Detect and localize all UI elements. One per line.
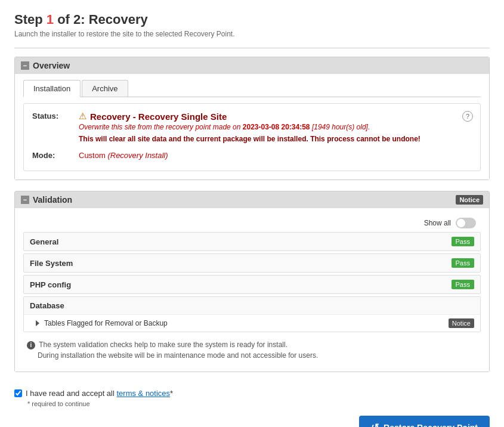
terms-checkbox[interactable] [14, 389, 22, 397]
checkbox-row: I have read and accept all terms & notic… [14, 389, 490, 398]
required-note: * required to continue [27, 400, 490, 407]
show-all-toggle[interactable] [456, 218, 476, 228]
terms-link[interactable]: terms & notices [117, 389, 171, 398]
validation-section-header: − Validation Notice [15, 191, 489, 208]
page-title: Step 1 of 2: Recovery [14, 12, 490, 27]
mode-row: Mode: Custom (Recovery Install) [32, 150, 472, 160]
tab-installation[interactable]: Installation [23, 80, 81, 97]
show-all-row: Show all [23, 214, 481, 232]
validation-item-phpconfig[interactable]: PHP config Pass [23, 275, 481, 294]
validation-item-general-badge: Pass [452, 237, 474, 246]
validation-item-filesystem[interactable]: File System Pass [23, 253, 481, 273]
warning-icon: ⚠ [79, 111, 86, 122]
status-warning-text: This will clear all site data and the cu… [79, 135, 420, 143]
overview-title: Overview [33, 61, 70, 70]
database-sub-label: Tables Flagged for Removal or Backup [36, 319, 168, 327]
page-subtitle: Launch the installer to restore the site… [14, 30, 490, 38]
validation-info-note: i The system validation checks help to m… [23, 337, 481, 363]
validation-content: Show all General Pass File System Pass P… [15, 208, 489, 372]
status-title-content: ⚠ Recovery - Recovery Single Site Overwr… [79, 111, 420, 147]
database-header[interactable]: Database [24, 297, 480, 314]
validation-item-filesystem-badge: Pass [452, 258, 474, 268]
mode-value: Custom (Recovery Install) [79, 151, 168, 160]
validation-item-general[interactable]: General Pass [23, 232, 481, 251]
validation-section: − Validation Notice Show all General Pas… [14, 191, 490, 372]
validation-item-phpconfig-label: PHP config [30, 280, 71, 289]
database-sub-badge: Notice [449, 318, 474, 328]
validation-title: Validation [33, 195, 72, 205]
show-all-label: Show all [424, 219, 451, 227]
status-label: Status: [32, 111, 74, 120]
validation-item-filesystem-label: File System [30, 259, 73, 268]
chevron-right-icon [36, 320, 39, 326]
validation-collapse-icon[interactable]: − [21, 196, 29, 204]
status-title-text: Recovery - Recovery Single Site [90, 112, 227, 122]
restore-icon: ↺ [371, 422, 379, 427]
help-icon[interactable]: ? [462, 111, 473, 122]
overview-content: Installation Archive ? Status: ⚠ Recover… [15, 74, 489, 180]
status-box: ? Status: ⚠ Recovery - Recovery Single S… [23, 103, 481, 171]
footer-section: I have read and accept all terms & notic… [14, 383, 490, 427]
database-sub-row[interactable]: Tables Flagged for Removal or Backup Not… [24, 314, 480, 332]
divider [14, 48, 490, 48]
mode-label: Mode: [32, 150, 74, 160]
terms-label: I have read and accept all terms & notic… [26, 389, 173, 398]
overview-collapse-icon[interactable]: − [21, 61, 29, 70]
overview-section: − Overview Installation Archive ? Status… [14, 57, 490, 180]
validation-item-phpconfig-badge: Pass [452, 280, 474, 289]
tab-archive[interactable]: Archive [82, 80, 128, 97]
overview-tabs: Installation Archive [23, 80, 481, 97]
validation-item-general-label: General [30, 237, 58, 246]
action-row: ↺ Restore Recovery Point [14, 416, 490, 427]
overview-section-header: − Overview [15, 57, 489, 74]
status-description: Overwrite this site from the recovery po… [79, 123, 420, 131]
status-title-row: Status: ⚠ Recovery - Recovery Single Sit… [32, 111, 472, 147]
database-section: Database Tables Flagged for Removal or B… [23, 296, 481, 332]
validation-notice-badge: Notice [456, 195, 483, 205]
database-label: Database [30, 301, 64, 310]
info-icon: i [27, 341, 35, 349]
restore-button-label: Restore Recovery Point [384, 423, 478, 428]
restore-recovery-point-button[interactable]: ↺ Restore Recovery Point [359, 416, 490, 427]
